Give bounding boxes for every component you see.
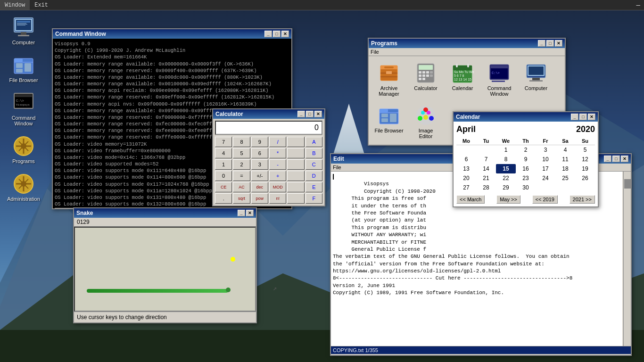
cal-cell[interactable]: 26 — [575, 173, 595, 183]
cmd-minimize-btn[interactable]: _ — [264, 31, 272, 37]
cal-cell[interactable]: 27 — [456, 183, 476, 192]
calc-F[interactable]: F — [305, 193, 322, 204]
cal-maximize-btn[interactable]: □ — [579, 114, 587, 120]
programs-menu-file[interactable]: File — [371, 49, 379, 55]
cal-prev-month-btn[interactable]: << March — [456, 195, 485, 204]
cal-today[interactable]: 15 — [496, 164, 516, 173]
calc-0[interactable]: 0 — [215, 171, 232, 181]
calc-6[interactable]: 6 — [251, 148, 268, 158]
cal-cell[interactable]: 3 — [536, 145, 555, 155]
cal-cell[interactable]: 11 — [555, 155, 575, 164]
calc-close-btn[interactable]: ✕ — [314, 111, 322, 117]
calc-AC[interactable]: AC — [233, 182, 250, 192]
calc-equals[interactable]: = — [233, 171, 250, 181]
calc-dot[interactable]: . — [215, 193, 232, 204]
calc-3[interactable]: 3 — [251, 159, 268, 170]
calc-MOD[interactable]: MOD — [269, 182, 286, 192]
cal-cell[interactable] — [555, 183, 575, 192]
calc-7[interactable]: 7 — [215, 137, 232, 147]
cal-close-btn[interactable]: ✕ — [588, 114, 595, 120]
cal-cell[interactable]: 18 — [555, 164, 575, 173]
calc-maximize-btn[interactable]: □ — [306, 111, 314, 117]
cal-cell[interactable]: 29 — [496, 183, 516, 192]
cal-cell[interactable]: 12 — [575, 155, 595, 164]
edit-scrollbar[interactable] — [623, 172, 631, 346]
calc-sqrt[interactable]: sqrt — [233, 193, 250, 204]
cal-cell[interactable]: 10 — [536, 155, 555, 164]
calc-factorial[interactable]: n! — [269, 193, 286, 204]
calc-multiply[interactable]: * — [269, 148, 286, 158]
taskbar-exit-menu[interactable]: Exit — [30, 0, 53, 10]
calc-A[interactable]: A — [305, 137, 322, 147]
cal-cell[interactable]: 19 — [575, 164, 595, 173]
cal-cell[interactable]: 1 — [496, 145, 516, 155]
snake-board[interactable]: ↗ — [74, 227, 256, 312]
calc-D[interactable]: D — [305, 171, 322, 181]
prog-icon-calculator[interactable]: Calculator — [409, 60, 442, 99]
calc-4[interactable]: 4 — [215, 148, 232, 158]
snake-close-btn[interactable]: ✕ — [246, 210, 254, 216]
cmd-close-btn[interactable]: ✕ — [281, 31, 289, 37]
desktop-icon-cmd[interactable]: C:\> Visopsys CommandWindow — [5, 90, 42, 128]
calc-9[interactable]: 9 — [251, 137, 268, 147]
cal-cell[interactable]: 28 — [476, 183, 496, 192]
prog-icon-calendar[interactable]: Su Mo Tu We 5 6 7 8 12 13 14 15 Calendar — [446, 60, 479, 99]
cal-cell[interactable] — [476, 145, 496, 155]
cal-cell[interactable]: 7 — [476, 155, 496, 164]
cal-cell[interactable]: 5 — [575, 145, 595, 155]
edit-minimize-btn[interactable]: _ — [604, 156, 611, 162]
calc-C[interactable]: C — [305, 159, 322, 170]
programs-minimize-btn[interactable]: _ — [538, 40, 545, 47]
cal-cell[interactable]: 2 — [516, 145, 536, 155]
cal-titlebar[interactable]: Calendar _ □ ✕ — [454, 112, 598, 122]
calc-CE[interactable]: CE — [215, 182, 232, 192]
prog-icon-computer[interactable]: Computer — [520, 60, 553, 99]
cal-cell[interactable]: 4 — [555, 145, 575, 155]
cal-prev-year-btn[interactable]: << 2019 — [532, 195, 558, 204]
cal-cell[interactable] — [456, 145, 476, 155]
cal-cell[interactable]: 25 — [555, 173, 575, 183]
cal-cell[interactable]: 8 — [496, 155, 516, 164]
calc-minimize-btn[interactable]: _ — [297, 111, 305, 117]
calc-B[interactable]: B — [305, 148, 322, 158]
calc-plus[interactable]: + — [269, 171, 286, 181]
calc-titlebar[interactable]: Calculator _ □ ✕ — [213, 109, 324, 119]
cal-cell[interactable]: 14 — [476, 164, 496, 173]
cal-next-year-btn[interactable]: 2021 >> — [570, 195, 595, 204]
edit-close-btn[interactable]: ✕ — [621, 156, 628, 162]
taskbar-minimize[interactable]: — — [633, 1, 644, 9]
programs-close-btn[interactable]: ✕ — [555, 40, 562, 47]
cal-next-month-btn[interactable]: May >> — [496, 195, 520, 204]
cal-cell[interactable]: 13 — [456, 164, 476, 173]
calc-divide[interactable]: / — [269, 137, 286, 147]
calc-5[interactable]: 5 — [233, 148, 250, 158]
taskbar-window-menu[interactable]: Window — [0, 0, 30, 10]
calc-1[interactable]: 1 — [215, 159, 232, 170]
edit-menu-file[interactable]: File — [333, 165, 341, 170]
calc-2[interactable]: 2 — [233, 159, 250, 170]
cal-cell[interactable]: 30 — [516, 183, 536, 192]
cal-cell[interactable]: 20 — [456, 173, 476, 183]
desktop-icon-file-browser[interactable]: File Browser — [5, 52, 42, 85]
cal-cell[interactable]: 16 — [516, 164, 536, 173]
programs-maximize-btn[interactable]: □ — [546, 40, 554, 47]
cmd-maximize-btn[interactable]: □ — [273, 31, 281, 37]
cal-cell[interactable] — [536, 183, 555, 192]
cal-cell[interactable]: 9 — [516, 155, 536, 164]
desktop-icon-admin[interactable]: Administration — [5, 171, 42, 204]
calc-pow[interactable]: pow — [251, 193, 268, 204]
prog-icon-file-browser[interactable]: File Browser — [372, 102, 405, 141]
calc-plusminus[interactable]: +/- — [251, 171, 268, 181]
cal-minimize-btn[interactable]: _ — [571, 114, 578, 120]
programs-titlebar[interactable]: Programs _ □ ✕ — [369, 39, 565, 48]
snake-minimize-btn[interactable]: _ — [238, 210, 245, 216]
cmd-titlebar[interactable]: Command Window _ □ ✕ — [53, 29, 291, 39]
cal-cell[interactable] — [575, 183, 595, 192]
prog-icon-cmd[interactable]: C:\> CommandWindow — [483, 60, 516, 99]
snake-titlebar[interactable]: Snake _ ✕ — [74, 208, 256, 218]
calc-E[interactable]: E — [305, 182, 322, 192]
prog-icon-image-editor[interactable]: Image Editor — [409, 102, 442, 141]
edit-maximize-btn[interactable]: □ — [612, 156, 620, 162]
cal-cell[interactable]: 6 — [456, 155, 476, 164]
cal-cell[interactable]: 17 — [536, 164, 555, 173]
